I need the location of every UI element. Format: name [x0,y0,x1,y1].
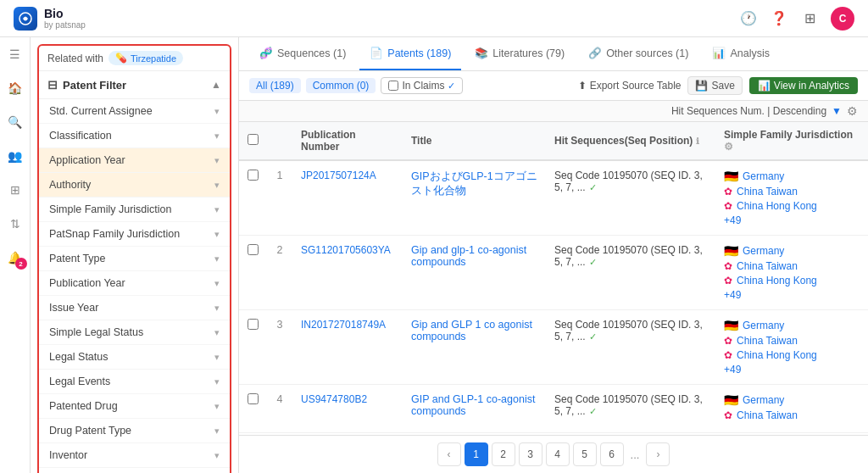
clock-icon[interactable]: 🕐 [739,9,758,28]
filter-item-authority[interactable]: Authority▾ [39,173,230,198]
nav-network-icon[interactable]: 👥 [5,146,25,166]
all-badge[interactable]: All (189) [249,78,301,93]
filter-item-drug-patent-type[interactable]: Drug Patent Type▾ [39,419,230,443]
pub-number-link[interactable]: US9474780B2 [301,393,367,405]
nav-menu-icon[interactable]: ☰ [5,44,25,64]
more-jurisdictions[interactable]: +49 [724,214,860,226]
filter-item-inventor[interactable]: Inventor▾ [39,443,230,468]
patent-filter-header[interactable]: ⊟ Patent Filter ▲ [39,71,230,99]
view-analytics-button[interactable]: 📊 View in Analytics [749,77,858,94]
table-settings-icon[interactable]: ⚙ [847,104,858,118]
filter-item-chevron: ▾ [214,229,220,240]
jurisdiction-label[interactable]: Germany [743,170,784,182]
flag-icon: ✿ [724,335,732,347]
patent-filter-title: ⊟ Patent Filter [47,78,126,92]
analytics-label: View in Analytics [774,80,849,92]
pagination-page-6[interactable]: 6 [600,442,624,466]
filter-bar-right: ⬆ Export Source Table 💾 Save 📊 View in A… [578,76,858,95]
title-link[interactable]: Gip and glp-1 co-agonist compounds [411,244,526,268]
tab-other[interactable]: 🔗Other sources (1) [578,38,698,70]
filter-item-simple-legal-status[interactable]: Simple Legal Status▾ [39,320,230,345]
nav-grid-icon[interactable]: ⊞ [5,180,25,200]
in-claims-checkbox[interactable] [388,81,398,91]
jurisdiction-label[interactable]: China Hong Kong [737,349,817,361]
pagination-next[interactable]: › [646,442,670,466]
filter-item-patsnap-family-jurisdiction[interactable]: PatSnap Family Jurisdiction▾ [39,222,230,247]
tab-analysis[interactable]: 📊Analysis [702,38,780,70]
hit-seq-info-icon[interactable]: ℹ [696,136,699,146]
jurisdiction-label[interactable]: China Hong Kong [737,275,817,287]
select-all-checkbox[interactable] [248,134,259,145]
nav-transfer-icon[interactable]: ⇅ [5,214,25,234]
th-num [267,122,292,160]
th-checkbox [239,122,267,160]
tirzepatide-tag[interactable]: 💊 Tirzepatide [108,51,183,65]
row-checkbox[interactable] [248,244,259,255]
sort-dropdown[interactable]: ▼ [832,105,842,117]
filter-item-std.-current-assignee[interactable]: Std. Current Assignee▾ [39,99,230,124]
filter-item-label: Legal Events [49,376,110,387]
save-button[interactable]: 💾 Save [687,76,742,95]
patent-filter-collapse-icon[interactable]: ▲ [211,79,221,91]
seq-check-icon: ✓ [589,331,597,342]
filter-item-publication-year[interactable]: Publication Year▾ [39,271,230,296]
title-link[interactable]: GIPおよびGLP-1コアゴニスト化合物 [411,170,537,197]
seq-text: Seq Code 10195070 (SEQ ID. 3, 5, 7, ... [554,393,703,417]
user-avatar[interactable]: C [831,7,854,31]
title-link[interactable]: GIP and GLP-1 co-agonist compounds [411,393,535,417]
table-row: 2 SG11201705603YA Gip and glp-1 co-agoni… [239,236,868,310]
row-checkbox[interactable] [248,393,259,404]
pub-number-link[interactable]: IN201727018749A [301,319,386,331]
jurisdiction-label[interactable]: China Taiwan [737,335,798,347]
nav-search-icon[interactable]: 🔍 [5,112,25,132]
filter-item-first-inventor[interactable]: First Inventor▾ [39,468,230,473]
more-jurisdictions[interactable]: +49 [724,364,860,376]
row-checkbox[interactable] [248,319,259,330]
filter-item-label: Publication Year [49,277,125,289]
row-checkbox[interactable] [248,170,259,181]
pagination-page-1[interactable]: 1 [465,442,488,466]
jurisdiction-label[interactable]: Germany [743,394,784,406]
help-icon[interactable]: ❓ [770,9,788,28]
nav-notification-icon[interactable]: 🔔 2 [5,248,25,268]
in-claims-chip[interactable]: In Claims ✓ [381,77,463,94]
pub-number-link[interactable]: SG11201705603YA [301,244,391,256]
pagination-page-4[interactable]: 4 [546,442,570,466]
tab-literatures[interactable]: 📚Literatures (79) [465,38,575,70]
title-link[interactable]: Gip and GLP 1 co agonist compounds [411,319,532,342]
jurisdiction-label[interactable]: China Taiwan [737,186,798,198]
more-jurisdictions[interactable]: +49 [724,289,860,301]
flag-icon: ✿ [724,260,732,272]
pub-number-link[interactable]: JP2017507124A [301,170,376,181]
common-badge[interactable]: Common (0) [306,78,376,93]
filter-item-patent-type[interactable]: Patent Type▾ [39,247,230,271]
jur-settings-icon[interactable]: ⚙ [724,141,733,153]
tab-sequences[interactable]: 🧬Sequences (1) [249,38,356,70]
filter-item-classification[interactable]: Classification▾ [39,124,230,148]
grid-icon[interactable]: ⊞ [800,9,819,28]
filter-item-label: Application Year [49,154,125,166]
jurisdiction-label[interactable]: China Taiwan [737,409,798,421]
jurisdiction-label[interactable]: Germany [743,245,784,257]
jurisdiction-label[interactable]: China Taiwan [737,260,798,272]
filter-item-simple-family-jurisdiction[interactable]: Simple Family Jurisdiction▾ [39,198,230,222]
filter-item-legal-events[interactable]: Legal Events▾ [39,370,230,394]
filter-item-label: Classification [49,130,112,142]
export-button[interactable]: ⬆ Export Source Table [578,80,682,92]
filter-item-issue-year[interactable]: Issue Year▾ [39,296,230,320]
patent-filter-label: Patent Filter [63,79,126,92]
filter-funnel-icon: ⊟ [47,78,58,92]
jurisdiction-label[interactable]: Germany [743,320,784,331]
filter-item-legal-status[interactable]: Legal Status▾ [39,345,230,370]
jurisdiction-label[interactable]: China Hong Kong [737,200,817,212]
tab-icon-patents: 📄 [370,47,383,59]
pagination-page-3[interactable]: 3 [519,442,542,466]
filter-item-patented-drug[interactable]: Patented Drug▾ [39,394,230,419]
nav-home-icon[interactable]: 🏠 [5,78,25,98]
tab-patents[interactable]: 📄Patents (189) [359,38,461,70]
filter-item-application-year[interactable]: Application Year▾ [39,148,230,173]
pagination-prev[interactable]: ‹ [437,442,461,466]
tab-icon-literatures: 📚 [475,47,488,59]
pagination-page-2[interactable]: 2 [492,442,515,466]
pagination-page-5[interactable]: 5 [573,442,597,466]
